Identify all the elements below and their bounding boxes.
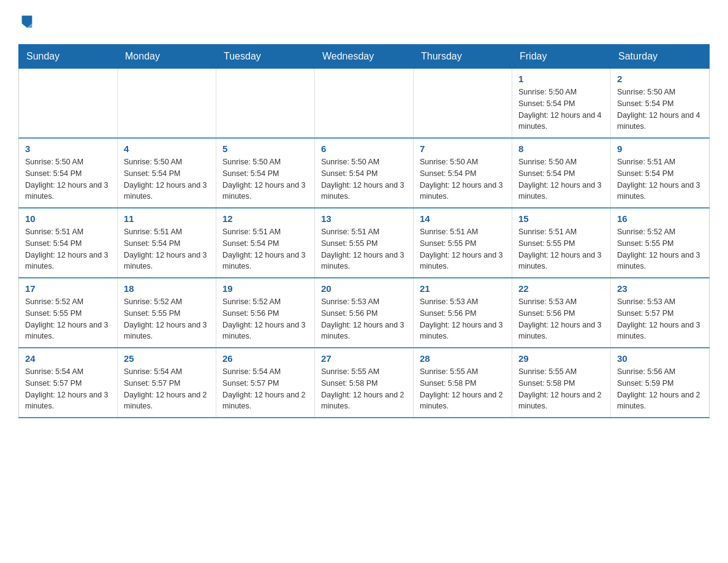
day-info: Sunrise: 5:56 AMSunset: 5:59 PMDaylight:…	[617, 366, 703, 412]
day-info: Sunrise: 5:54 AMSunset: 5:57 PMDaylight:…	[222, 366, 308, 412]
day-cell-0-4	[414, 69, 512, 139]
day-info: Sunrise: 5:50 AMSunset: 5:54 PMDaylight:…	[617, 86, 703, 132]
calendar-table: Sunday Monday Tuesday Wednesday Thursday…	[18, 44, 710, 418]
day-info: Sunrise: 5:52 AMSunset: 5:55 PMDaylight:…	[617, 226, 703, 272]
day-number: 5	[222, 144, 308, 154]
day-info: Sunrise: 5:53 AMSunset: 5:56 PMDaylight:…	[518, 296, 604, 342]
day-cell-4-6: 30Sunrise: 5:56 AMSunset: 5:59 PMDayligh…	[611, 348, 710, 418]
day-info: Sunrise: 5:52 AMSunset: 5:56 PMDaylight:…	[222, 296, 308, 342]
day-number: 26	[222, 353, 308, 364]
day-cell-4-2: 26Sunrise: 5:54 AMSunset: 5:57 PMDayligh…	[216, 348, 315, 418]
day-cell-3-3: 20Sunrise: 5:53 AMSunset: 5:56 PMDayligh…	[315, 278, 414, 348]
day-number: 17	[25, 283, 111, 294]
day-info: Sunrise: 5:51 AMSunset: 5:55 PMDaylight:…	[321, 226, 407, 272]
day-number: 12	[222, 213, 308, 224]
day-info: Sunrise: 5:52 AMSunset: 5:55 PMDaylight:…	[25, 296, 111, 342]
day-number: 9	[617, 144, 703, 154]
day-info: Sunrise: 5:51 AMSunset: 5:54 PMDaylight:…	[124, 226, 210, 272]
day-info: Sunrise: 5:53 AMSunset: 5:56 PMDaylight:…	[321, 296, 407, 342]
day-info: Sunrise: 5:50 AMSunset: 5:54 PMDaylight:…	[25, 156, 111, 202]
week-row-1: 1Sunrise: 5:50 AMSunset: 5:54 PMDaylight…	[19, 69, 710, 139]
header-sunday: Sunday	[19, 45, 118, 69]
day-cell-1-4: 7Sunrise: 5:50 AMSunset: 5:54 PMDaylight…	[414, 138, 512, 208]
day-number: 8	[518, 144, 604, 154]
day-number: 14	[420, 213, 506, 224]
day-number: 3	[25, 144, 111, 154]
day-cell-3-4: 21Sunrise: 5:53 AMSunset: 5:56 PMDayligh…	[414, 278, 512, 348]
day-number: 22	[518, 283, 604, 294]
day-info: Sunrise: 5:54 AMSunset: 5:57 PMDaylight:…	[124, 366, 210, 412]
day-number: 7	[420, 144, 506, 154]
day-number: 29	[518, 353, 604, 364]
day-number: 19	[222, 283, 308, 294]
day-number: 6	[321, 144, 407, 154]
day-cell-2-0: 10Sunrise: 5:51 AMSunset: 5:54 PMDayligh…	[19, 208, 118, 278]
day-info: Sunrise: 5:54 AMSunset: 5:57 PMDaylight:…	[25, 366, 111, 412]
day-number: 23	[617, 283, 703, 294]
day-cell-3-1: 18Sunrise: 5:52 AMSunset: 5:55 PMDayligh…	[118, 278, 216, 348]
day-cell-2-4: 14Sunrise: 5:51 AMSunset: 5:55 PMDayligh…	[414, 208, 512, 278]
day-info: Sunrise: 5:51 AMSunset: 5:54 PMDaylight:…	[25, 226, 111, 272]
day-info: Sunrise: 5:52 AMSunset: 5:55 PMDaylight:…	[124, 296, 210, 342]
day-info: Sunrise: 5:50 AMSunset: 5:54 PMDaylight:…	[518, 86, 604, 132]
day-number: 16	[617, 213, 703, 224]
day-info: Sunrise: 5:53 AMSunset: 5:56 PMDaylight:…	[420, 296, 506, 342]
day-number: 15	[518, 213, 604, 224]
header-saturday: Saturday	[611, 45, 710, 69]
week-row-4: 17Sunrise: 5:52 AMSunset: 5:55 PMDayligh…	[19, 278, 710, 348]
day-cell-2-3: 13Sunrise: 5:51 AMSunset: 5:55 PMDayligh…	[315, 208, 414, 278]
day-cell-4-1: 25Sunrise: 5:54 AMSunset: 5:57 PMDayligh…	[118, 348, 216, 418]
day-cell-0-5: 1Sunrise: 5:50 AMSunset: 5:54 PMDaylight…	[512, 69, 611, 139]
day-number: 10	[25, 213, 111, 224]
day-number: 27	[321, 353, 407, 364]
day-cell-4-5: 29Sunrise: 5:55 AMSunset: 5:58 PMDayligh…	[512, 348, 611, 418]
day-number: 1	[518, 74, 604, 84]
logo-icon	[18, 12, 36, 32]
day-info: Sunrise: 5:53 AMSunset: 5:57 PMDaylight:…	[617, 296, 703, 342]
day-info: Sunrise: 5:50 AMSunset: 5:54 PMDaylight:…	[222, 156, 308, 202]
day-cell-0-3	[315, 69, 414, 139]
day-info: Sunrise: 5:51 AMSunset: 5:55 PMDaylight:…	[518, 226, 604, 272]
day-number: 20	[321, 283, 407, 294]
header-tuesday: Tuesday	[216, 45, 315, 69]
day-number: 21	[420, 283, 506, 294]
day-number: 2	[617, 74, 703, 84]
day-info: Sunrise: 5:55 AMSunset: 5:58 PMDaylight:…	[420, 366, 506, 412]
day-cell-0-1	[118, 69, 216, 139]
day-cell-0-6: 2Sunrise: 5:50 AMSunset: 5:54 PMDaylight…	[611, 69, 710, 139]
day-cell-3-6: 23Sunrise: 5:53 AMSunset: 5:57 PMDayligh…	[611, 278, 710, 348]
week-row-2: 3Sunrise: 5:50 AMSunset: 5:54 PMDaylight…	[19, 138, 710, 208]
day-cell-1-6: 9Sunrise: 5:51 AMSunset: 5:54 PMDaylight…	[611, 138, 710, 208]
header-wednesday: Wednesday	[315, 45, 414, 69]
day-cell-1-0: 3Sunrise: 5:50 AMSunset: 5:54 PMDaylight…	[19, 138, 118, 208]
day-info: Sunrise: 5:55 AMSunset: 5:58 PMDaylight:…	[321, 366, 407, 412]
day-info: Sunrise: 5:51 AMSunset: 5:55 PMDaylight:…	[420, 226, 506, 272]
day-cell-1-3: 6Sunrise: 5:50 AMSunset: 5:54 PMDaylight…	[315, 138, 414, 208]
day-number: 13	[321, 213, 407, 224]
day-cell-2-6: 16Sunrise: 5:52 AMSunset: 5:55 PMDayligh…	[611, 208, 710, 278]
day-cell-3-2: 19Sunrise: 5:52 AMSunset: 5:56 PMDayligh…	[216, 278, 315, 348]
day-cell-4-0: 24Sunrise: 5:54 AMSunset: 5:57 PMDayligh…	[19, 348, 118, 418]
day-number: 18	[124, 283, 210, 294]
day-cell-3-0: 17Sunrise: 5:52 AMSunset: 5:55 PMDayligh…	[19, 278, 118, 348]
day-cell-2-1: 11Sunrise: 5:51 AMSunset: 5:54 PMDayligh…	[118, 208, 216, 278]
day-info: Sunrise: 5:51 AMSunset: 5:54 PMDaylight:…	[617, 156, 703, 202]
day-number: 11	[124, 213, 210, 224]
day-cell-1-5: 8Sunrise: 5:50 AMSunset: 5:54 PMDaylight…	[512, 138, 611, 208]
day-cell-1-2: 5Sunrise: 5:50 AMSunset: 5:54 PMDaylight…	[216, 138, 315, 208]
page-header	[18, 12, 710, 32]
day-info: Sunrise: 5:50 AMSunset: 5:54 PMDaylight:…	[518, 156, 604, 202]
day-cell-2-2: 12Sunrise: 5:51 AMSunset: 5:54 PMDayligh…	[216, 208, 315, 278]
day-info: Sunrise: 5:50 AMSunset: 5:54 PMDaylight:…	[321, 156, 407, 202]
day-cell-2-5: 15Sunrise: 5:51 AMSunset: 5:55 PMDayligh…	[512, 208, 611, 278]
header-monday: Monday	[118, 45, 216, 69]
day-number: 4	[124, 144, 210, 154]
week-row-3: 10Sunrise: 5:51 AMSunset: 5:54 PMDayligh…	[19, 208, 710, 278]
day-number: 25	[124, 353, 210, 364]
day-number: 28	[420, 353, 506, 364]
header-friday: Friday	[512, 45, 611, 69]
day-number: 24	[25, 353, 111, 364]
day-cell-3-5: 22Sunrise: 5:53 AMSunset: 5:56 PMDayligh…	[512, 278, 611, 348]
day-cell-0-2	[216, 69, 315, 139]
day-info: Sunrise: 5:50 AMSunset: 5:54 PMDaylight:…	[420, 156, 506, 202]
